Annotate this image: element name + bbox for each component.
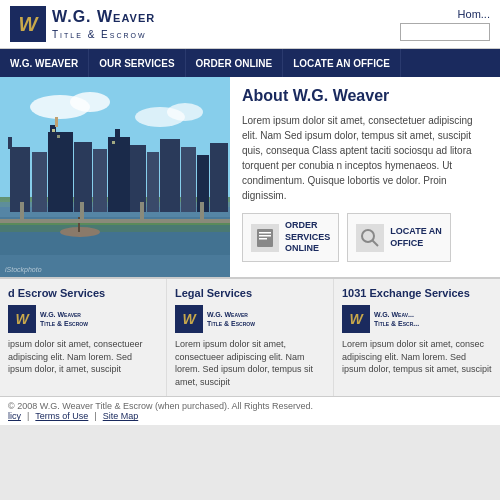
footer: © 2008 W.G. Weaver Title & Escrow (when … — [0, 396, 500, 425]
nav-item-order-online[interactable]: ORDER ONLINE — [186, 49, 284, 77]
svg-rect-30 — [0, 219, 230, 223]
logo-subtitle: Title & Escrow — [52, 28, 155, 41]
about-title: About W.G. Weaver — [242, 87, 488, 105]
service-logo-text-exchange: W.G. Weav... Title & Escr... — [374, 310, 419, 328]
svg-rect-19 — [147, 152, 159, 212]
hero-img-inner: iStockphoto — [0, 77, 230, 277]
action-buttons: ORDERSERVICESONLINE LOCATE ANOFFICE — [242, 213, 488, 262]
svg-rect-14 — [74, 142, 92, 212]
footer-copyright: © 2008 W.G. Weaver Title & Escrow (when … — [8, 401, 492, 411]
footer-separator-2: | — [94, 411, 96, 421]
service-logo-icon-legal: W — [175, 305, 203, 333]
service-col-legal: Legal Services W W.G. Weaver Title & Esc… — [167, 279, 334, 396]
terms-of-use-link[interactable]: Terms of Use — [35, 411, 88, 421]
service-logo-subtitle-exchange: Title & Escr... — [374, 319, 419, 328]
service-logo-subtitle-legal: Title & Escrow — [207, 319, 255, 328]
svg-point-40 — [362, 230, 374, 242]
svg-rect-17 — [115, 129, 120, 139]
about-text: Lorem ipsum dolor sit amet, consectetuer… — [242, 113, 488, 203]
logo-title: W.G. Weaver — [52, 7, 155, 28]
logo-area: W W.G. Weaver Title & Escrow — [10, 6, 155, 42]
svg-line-41 — [373, 240, 379, 246]
nav-bar: W.G. WEAVER OUR SERVICES ORDER ONLINE LO… — [0, 49, 500, 77]
service-logo-icon-escrow: W — [8, 305, 36, 333]
svg-rect-31 — [20, 202, 24, 220]
svg-rect-16 — [108, 137, 130, 212]
svg-rect-10 — [32, 152, 47, 212]
service-text-legal: Lorem ipsum dolor sit amet, consectueer … — [175, 338, 325, 388]
service-title-escrow: d Escrow Services — [8, 287, 158, 299]
svg-rect-15 — [93, 149, 107, 212]
service-logo-title-exchange: W.G. Weav... — [374, 310, 419, 319]
order-services-label: ORDERSERVICESONLINE — [285, 220, 330, 255]
locate-office-label: LOCATE ANOFFICE — [390, 226, 442, 249]
nav-item-our-services[interactable]: OUR SERVICES — [89, 49, 185, 77]
svg-rect-21 — [181, 147, 196, 212]
locate-office-button[interactable]: LOCATE ANOFFICE — [347, 213, 451, 262]
service-col-exchange: 1031 Exchange Services W W.G. Weav... Ti… — [334, 279, 500, 396]
logo-letter: W — [19, 13, 38, 36]
order-services-button[interactable]: ORDERSERVICESONLINE — [242, 213, 339, 262]
svg-rect-32 — [80, 202, 84, 220]
svg-rect-24 — [52, 129, 55, 132]
nav-item-wg-weaver[interactable]: W.G. WEAVER — [0, 49, 89, 77]
service-title-exchange: 1031 Exchange Services — [342, 287, 492, 299]
header-right: Hom... — [400, 8, 490, 41]
site-map-link[interactable]: Site Map — [103, 411, 139, 421]
home-link[interactable]: Hom... — [458, 8, 490, 20]
svg-rect-39 — [259, 238, 267, 240]
svg-rect-13 — [55, 117, 58, 127]
svg-rect-37 — [259, 232, 271, 234]
service-logo-subtitle-escrow: Title & Escrow — [40, 319, 88, 328]
footer-separator-1: | — [27, 411, 29, 421]
service-logo-text-legal: W.G. Weaver Title & Escrow — [207, 310, 255, 328]
service-logo-text-escrow: W.G. Weaver Title & Escrow — [40, 310, 88, 328]
svg-rect-26 — [112, 141, 115, 144]
header: W W.G. Weaver Title & Escrow Hom... — [0, 0, 500, 49]
hero-image: iStockphoto — [0, 77, 230, 277]
svg-rect-9 — [8, 137, 12, 149]
locate-office-icon — [356, 224, 384, 252]
svg-text:iStockphoto: iStockphoto — [5, 266, 42, 274]
footer-links: licy | Terms of Use | Site Map — [8, 411, 492, 421]
service-logo-escrow: W W.G. Weaver Title & Escrow — [8, 305, 158, 333]
service-logo-title-escrow: W.G. Weaver — [40, 310, 88, 319]
svg-rect-38 — [259, 235, 271, 237]
services-row: d Escrow Services W W.G. Weaver Title & … — [0, 277, 500, 396]
order-services-icon — [251, 224, 279, 252]
service-logo-exchange: W W.G. Weav... Title & Escr... — [342, 305, 492, 333]
main-content: iStockphoto About W.G. Weaver Lorem ipsu… — [0, 77, 500, 277]
service-text-exchange: Lorem ipsum dolor sit amet, consec adipi… — [342, 338, 492, 376]
content-right: About W.G. Weaver Lorem ipsum dolor sit … — [230, 77, 500, 277]
svg-rect-11 — [48, 132, 73, 212]
svg-rect-27 — [0, 225, 230, 255]
service-logo-icon-exchange: W — [342, 305, 370, 333]
svg-point-2 — [70, 92, 110, 112]
svg-rect-20 — [160, 139, 180, 212]
service-logo-legal: W W.G. Weaver Title & Escrow — [175, 305, 325, 333]
service-title-legal: Legal Services — [175, 287, 325, 299]
svg-rect-18 — [130, 145, 146, 212]
svg-rect-33 — [140, 202, 144, 220]
nav-item-locate-office[interactable]: LOCATE AN OFFICE — [283, 49, 401, 77]
service-logo-title-legal: W.G. Weaver — [207, 310, 255, 319]
service-col-escrow: d Escrow Services W W.G. Weaver Title & … — [0, 279, 167, 396]
service-text-escrow: ipsum dolor sit amet, consectueer adipis… — [8, 338, 158, 376]
logo-text: W.G. Weaver Title & Escrow — [52, 7, 155, 41]
search-input[interactable] — [400, 23, 490, 41]
svg-point-4 — [167, 103, 203, 121]
svg-rect-23 — [210, 143, 228, 212]
logo-icon: W — [10, 6, 46, 42]
svg-rect-25 — [57, 135, 60, 138]
svg-rect-34 — [200, 202, 204, 220]
privacy-policy-link[interactable]: licy — [8, 411, 21, 421]
